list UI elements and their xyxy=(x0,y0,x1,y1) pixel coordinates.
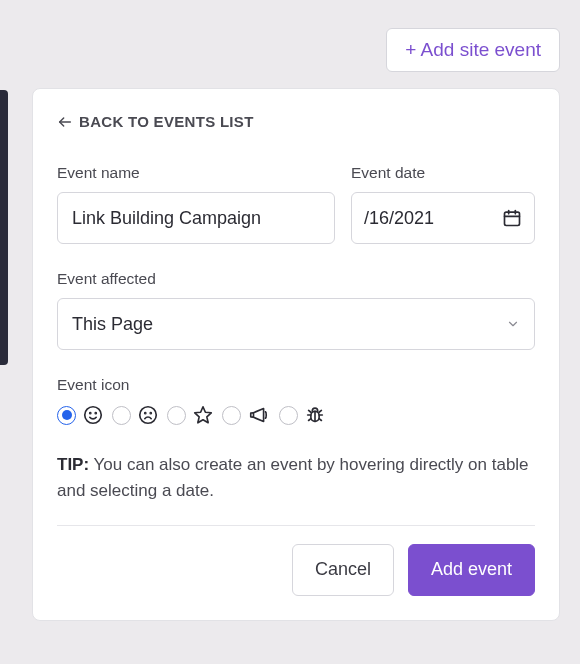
tip-body: You can also create an event by hovering… xyxy=(57,455,529,500)
radio-happy[interactable] xyxy=(57,406,76,425)
event-affected-field: Event affected This Page xyxy=(57,270,535,350)
svg-rect-1 xyxy=(505,212,520,225)
radio-sad[interactable] xyxy=(112,406,131,425)
svg-point-8 xyxy=(140,407,157,424)
happy-face-icon xyxy=(82,404,104,426)
event-date-input[interactable]: /16/2021 xyxy=(351,192,535,244)
event-name-input[interactable] xyxy=(57,192,335,244)
svg-point-9 xyxy=(145,413,146,414)
svg-point-10 xyxy=(150,413,151,414)
event-affected-value: This Page xyxy=(72,314,153,335)
megaphone-icon xyxy=(247,404,271,426)
event-date-label: Event date xyxy=(351,164,535,182)
icon-option-star[interactable] xyxy=(167,404,214,426)
cancel-button[interactable]: Cancel xyxy=(292,544,394,596)
event-name-label: Event name xyxy=(57,164,335,182)
calendar-icon xyxy=(502,208,522,228)
event-date-value: /16/2021 xyxy=(364,208,494,229)
form-footer: Cancel Add event xyxy=(57,544,535,596)
event-form-card: BACK TO EVENTS LIST Event name Event dat… xyxy=(32,88,560,621)
bug-icon xyxy=(304,404,326,426)
add-site-event-button[interactable]: + Add site event xyxy=(386,28,560,72)
event-name-field: Event name xyxy=(57,164,335,244)
radio-megaphone[interactable] xyxy=(222,406,241,425)
event-icon-label: Event icon xyxy=(57,376,535,394)
divider xyxy=(57,525,535,526)
left-strip xyxy=(0,90,8,365)
icon-option-bug[interactable] xyxy=(279,404,326,426)
arrow-left-icon xyxy=(57,114,73,130)
back-label: BACK TO EVENTS LIST xyxy=(79,113,254,130)
event-icon-options xyxy=(57,404,535,426)
tip-text: TIP: You can also create an event by hov… xyxy=(57,452,535,505)
event-affected-select[interactable]: This Page xyxy=(57,298,535,350)
add-event-button[interactable]: Add event xyxy=(408,544,535,596)
sad-face-icon xyxy=(137,404,159,426)
icon-option-megaphone[interactable] xyxy=(222,404,271,426)
svg-point-7 xyxy=(95,413,96,414)
event-icon-field: Event icon xyxy=(57,376,535,394)
icon-option-sad[interactable] xyxy=(112,404,159,426)
svg-point-5 xyxy=(85,407,102,424)
svg-point-6 xyxy=(90,413,91,414)
radio-star[interactable] xyxy=(167,406,186,425)
back-to-events-link[interactable]: BACK TO EVENTS LIST xyxy=(57,113,254,130)
chevron-down-icon xyxy=(506,317,520,331)
event-affected-label: Event affected xyxy=(57,270,535,288)
svg-marker-11 xyxy=(195,407,212,423)
radio-bug[interactable] xyxy=(279,406,298,425)
event-date-field: Event date /16/2021 xyxy=(351,164,535,244)
star-icon xyxy=(192,404,214,426)
icon-option-happy[interactable] xyxy=(57,404,104,426)
tip-label: TIP: xyxy=(57,455,89,474)
